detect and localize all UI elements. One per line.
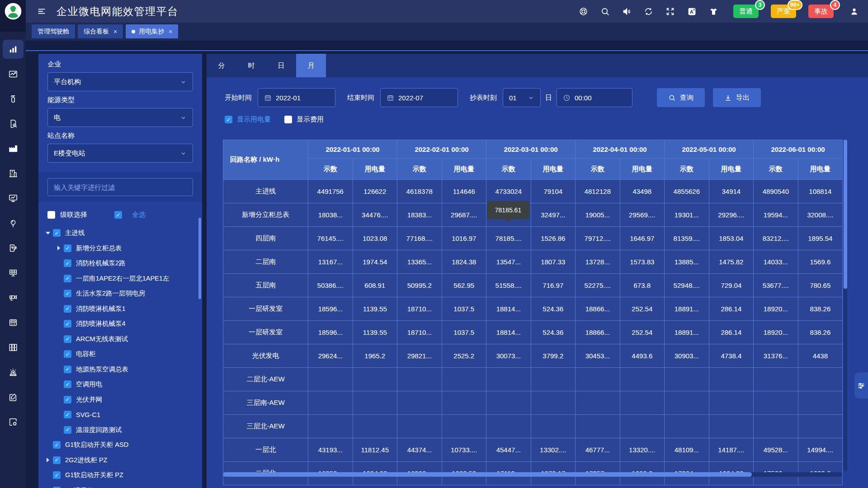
table-row: 二层北-AEW [223,368,843,391]
tree-node-checkbox[interactable]: ✓ [64,411,71,418]
tree-node-checkbox[interactable]: ✓ [64,426,71,434]
tree-node[interactable]: ✓G1软启动开关柜 PZ [45,468,202,483]
start-date-input[interactable]: 2022-01 [258,88,335,107]
table-date-header: 2022-05-01 00:00 [665,140,754,159]
tree-node-checkbox[interactable]: ✓ [64,335,71,343]
sidebar-item-patrol-inspection[interactable] [3,114,24,133]
help-icon[interactable] [579,7,588,16]
fullscreen-icon[interactable] [665,7,675,16]
sidebar-item-monitor-chart[interactable] [3,189,24,208]
tree-node[interactable]: ✓一层南1APE2右一层北1APE1左 [45,271,202,286]
tree-filter-input[interactable] [47,178,193,196]
theme-skin-icon[interactable] [709,7,718,16]
tree-node-checkbox[interactable]: ✓ [64,305,71,313]
sidebar-item-trend-chart[interactable] [3,65,24,84]
nav-tab[interactable]: 用电集抄× [126,24,178,38]
tree-scrollbar[interactable] [198,218,201,299]
sidebar-item-alarm-beacon[interactable] [3,363,24,382]
tree-node[interactable]: ✓空调用电 [45,377,202,392]
tree-node-checkbox[interactable]: ✓ [64,244,71,252]
table-sub-header: 用电量 [353,159,397,180]
tree-node[interactable]: ✓消防喷淋机械泵1 [45,301,202,317]
sidebar-item-system-settings[interactable] [3,413,24,432]
value-cell [665,391,709,415]
meter-clock-input[interactable]: 00:00 [557,88,632,107]
refresh-icon[interactable] [644,7,653,16]
sidebar-item-fire-extinguisher[interactable] [3,89,24,108]
caret-down-icon[interactable] [45,230,51,237]
period-tab[interactable]: 时 [236,54,266,77]
tree-node-checkbox[interactable]: ✓ [53,456,61,464]
tree-node[interactable]: ✓新增分立柜总表 [45,241,202,256]
close-icon[interactable]: × [169,28,172,35]
sidebar-item-meter-device[interactable] [3,313,24,332]
period-tab[interactable]: 日 [266,54,296,77]
menu-toggle-icon[interactable] [37,6,47,16]
alarm-badge[interactable]: 普通3 [733,5,759,18]
tree-node[interactable]: ✓光伏并网 [45,392,202,408]
tree-node-checkbox[interactable]: ✓ [64,275,71,282]
close-icon[interactable]: × [113,28,117,35]
station-select[interactable]: E楼变电站 [47,144,193,163]
sidebar-item-hospital-building[interactable] [3,164,24,183]
sidebar-item-archive-cabinet[interactable] [3,338,24,357]
period-tab[interactable]: 月 [296,54,326,77]
tree-node-checkbox[interactable]: ✓ [53,471,61,479]
sidebar-item-solar-panel[interactable] [3,263,24,282]
energy-type-select[interactable]: 电 [47,108,193,127]
tree-node[interactable]: ✓消防栓机械泵2路 [45,256,202,271]
tree-node[interactable]: ✓地源热泵空调总表 [45,362,202,377]
cascade-checkbox[interactable] [47,211,55,219]
sidebar-item-bar-chart[interactable] [3,40,24,59]
company-select[interactable]: 平台机构 [47,72,193,91]
sidebar-item-ev-charger[interactable] [3,239,24,258]
tree-node-checkbox[interactable]: ✓ [53,229,61,237]
table-vertical-scrollbar[interactable] [844,140,847,471]
tree-node[interactable]: ✓SVG-C1 [45,407,202,422]
end-date-input[interactable]: 2022-07 [380,88,458,107]
tree-node[interactable]: ✓2G2进线柜 PZ [45,453,202,468]
tree-node[interactable]: ✓生活水泵2路一层弱电房 [45,286,202,301]
period-tab[interactable]: 分 [207,54,236,77]
query-button[interactable]: 查询 [657,88,705,107]
tree-node-checkbox[interactable]: ✓ [64,366,71,373]
value-cell: 1037.5 [442,297,486,321]
tree-node[interactable]: ✓G1软启动开关柜 ASD [45,437,202,453]
nav-tab[interactable]: 管理驾驶舱 [32,24,75,38]
app-logo[interactable] [0,0,26,32]
sidebar-item-bulb[interactable] [3,214,24,233]
tree-node[interactable]: ✓消防喷淋机械泵4 [45,316,202,332]
tree-node-checkbox[interactable]: ✓ [64,380,71,388]
meter-day-select[interactable]: 01 [503,88,541,107]
value-cell: 51558.... [486,274,531,297]
tree-node-checkbox[interactable]: ✓ [53,441,61,449]
sidebar-item-edit-compose[interactable] [3,388,24,407]
sidebar-item-factory[interactable] [3,139,24,158]
alarm-badge[interactable]: 事故4 [808,5,834,18]
tree-node[interactable]: ✓FC演示箱 [45,483,202,488]
language-icon[interactable]: A [687,7,697,16]
alarm-badge[interactable]: 严重99+ [771,5,796,18]
user-icon[interactable] [849,7,859,16]
table-horizontal-scrollbar[interactable] [223,472,842,477]
tree-node[interactable]: ✓主进线 [45,225,202,241]
tree-node-checkbox[interactable]: ✓ [64,320,71,328]
sidebar-item-cctv-camera[interactable] [3,288,24,307]
tree-node[interactable]: ✓温湿度回路测试 [45,422,202,438]
tree-node-checkbox[interactable]: ✓ [64,259,71,267]
tree-node-checkbox[interactable]: ✓ [64,290,71,297]
export-button[interactable]: 导出 [713,88,761,107]
show-cost-checkbox[interactable] [284,116,292,123]
tree-node[interactable]: ✓ARCM无线表测试 [45,332,202,347]
show-energy-checkbox[interactable]: ✓ [225,116,232,123]
tree-node-checkbox[interactable]: ✓ [64,396,71,404]
search-icon[interactable] [600,7,610,16]
volume-icon[interactable] [622,7,632,16]
tree-node-checkbox[interactable]: ✓ [64,350,71,358]
caret-right-icon[interactable] [56,246,62,250]
nav-tab[interactable]: 综合看板× [78,24,123,38]
column-settings-handle[interactable] [854,372,868,399]
caret-right-icon[interactable] [45,458,51,462]
select-all-checkbox[interactable]: ✓ [114,211,122,219]
tree-node[interactable]: ✓电容柜 [45,347,202,362]
